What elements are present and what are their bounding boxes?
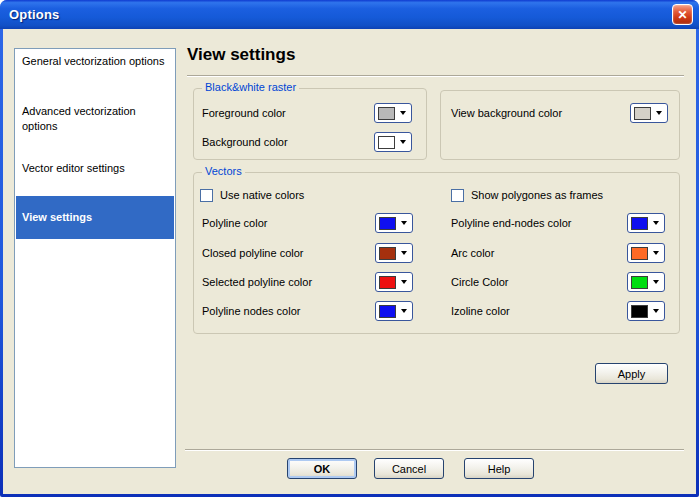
dropdown-arrow-icon xyxy=(401,280,407,284)
foreground-color-row: Foreground color xyxy=(202,103,412,123)
sidebar: General vectorization options Advanced v… xyxy=(14,48,176,468)
color-swatch xyxy=(379,305,396,318)
polyline-nodes-color-label: Polyline nodes color xyxy=(202,305,300,317)
use-native-colors-label: Use native colors xyxy=(220,189,304,201)
footer-separator xyxy=(185,449,684,451)
polyline-color-picker[interactable] xyxy=(375,213,413,233)
background-color-label: Background color xyxy=(202,136,288,148)
polyline-end-nodes-color-picker[interactable] xyxy=(627,213,665,233)
selected-polyline-color-row: Selected polyline color xyxy=(202,272,413,292)
polyline-color-label: Polyline color xyxy=(202,217,267,229)
group-bw-raster-caption: Black&white raster xyxy=(202,81,299,93)
circle-color-picker[interactable] xyxy=(627,272,665,292)
color-swatch xyxy=(379,276,396,289)
color-swatch xyxy=(631,276,648,289)
dropdown-arrow-icon xyxy=(401,251,407,255)
foreground-color-label: Foreground color xyxy=(202,107,286,119)
window-title: Options xyxy=(0,7,60,22)
dropdown-arrow-icon xyxy=(653,280,659,284)
group-view-background: View background color xyxy=(440,90,680,160)
polyline-nodes-color-picker[interactable] xyxy=(375,301,413,321)
dialog-body: General vectorization options Advanced v… xyxy=(3,29,696,494)
izoline-color-picker[interactable] xyxy=(627,301,665,321)
dropdown-arrow-icon xyxy=(400,111,406,115)
selected-polyline-color-label: Selected polyline color xyxy=(202,276,312,288)
view-background-color-row: View background color xyxy=(451,103,668,123)
page-title: View settings xyxy=(187,45,295,65)
background-color-row: Background color xyxy=(202,132,412,152)
view-background-color-label: View background color xyxy=(451,107,562,119)
closed-polyline-color-picker[interactable] xyxy=(375,243,413,263)
options-dialog: Options ✕ General vectorization options … xyxy=(0,0,699,497)
use-native-colors-checkbox[interactable] xyxy=(200,189,213,202)
color-swatch xyxy=(379,247,396,260)
color-swatch xyxy=(631,217,648,230)
izoline-color-label: Izoline color xyxy=(451,305,510,317)
color-swatch xyxy=(378,136,395,149)
show-polygones-checkbox[interactable] xyxy=(451,189,464,202)
group-vectors-caption: Vectors xyxy=(202,165,245,177)
dropdown-arrow-icon xyxy=(401,221,407,225)
show-polygones-label: Show polygones as frames xyxy=(471,189,603,201)
sidebar-item-advanced-vectorization[interactable]: Advanced vectorization options xyxy=(22,104,170,134)
sidebar-item-view-settings[interactable]: View settings xyxy=(16,196,174,239)
polyline-end-nodes-color-row: Polyline end-nodes color xyxy=(451,213,665,233)
dropdown-arrow-icon xyxy=(400,140,406,144)
closed-polyline-color-row: Closed polyline color xyxy=(202,243,413,263)
sidebar-item-general-vectorization[interactable]: General vectorization options xyxy=(22,54,170,69)
heading-separator xyxy=(187,75,684,77)
selected-polyline-color-picker[interactable] xyxy=(375,272,413,292)
circle-color-label: Circle Color xyxy=(451,276,508,288)
polyline-color-row: Polyline color xyxy=(202,213,413,233)
apply-button[interactable]: Apply xyxy=(595,363,668,384)
sidebar-item-vector-editor[interactable]: Vector editor settings xyxy=(22,161,170,176)
polyline-nodes-color-row: Polyline nodes color xyxy=(202,301,413,321)
dropdown-arrow-icon xyxy=(653,221,659,225)
background-color-picker[interactable] xyxy=(374,132,412,152)
group-bw-raster: Black&white raster Foreground color Back… xyxy=(193,88,427,160)
dropdown-arrow-icon xyxy=(653,251,659,255)
ok-button[interactable]: OK xyxy=(287,458,357,479)
circle-color-row: Circle Color xyxy=(451,272,665,292)
color-swatch xyxy=(378,107,395,120)
close-button[interactable]: ✕ xyxy=(672,4,693,25)
dropdown-arrow-icon xyxy=(656,111,662,115)
color-swatch xyxy=(631,247,648,260)
izoline-color-row: Izoline color xyxy=(451,301,665,321)
show-polygones-checkbox-row: Show polygones as frames xyxy=(451,188,603,202)
group-vectors: Vectors Use native colors Show polygones… xyxy=(193,172,680,334)
color-swatch xyxy=(631,305,648,318)
use-native-colors-checkbox-row: Use native colors xyxy=(200,188,304,202)
color-swatch xyxy=(634,107,651,120)
close-icon: ✕ xyxy=(677,8,687,22)
closed-polyline-color-label: Closed polyline color xyxy=(202,247,304,259)
arc-color-label: Arc color xyxy=(451,247,494,259)
arc-color-picker[interactable] xyxy=(627,243,665,263)
title-bar[interactable]: Options ✕ xyxy=(0,0,699,29)
foreground-color-picker[interactable] xyxy=(374,103,412,123)
color-swatch xyxy=(379,217,396,230)
view-background-color-picker[interactable] xyxy=(630,103,668,123)
cancel-button[interactable]: Cancel xyxy=(374,458,444,479)
dropdown-arrow-icon xyxy=(401,309,407,313)
polyline-end-nodes-color-label: Polyline end-nodes color xyxy=(451,217,571,229)
dropdown-arrow-icon xyxy=(653,309,659,313)
arc-color-row: Arc color xyxy=(451,243,665,263)
help-button[interactable]: Help xyxy=(464,458,534,479)
